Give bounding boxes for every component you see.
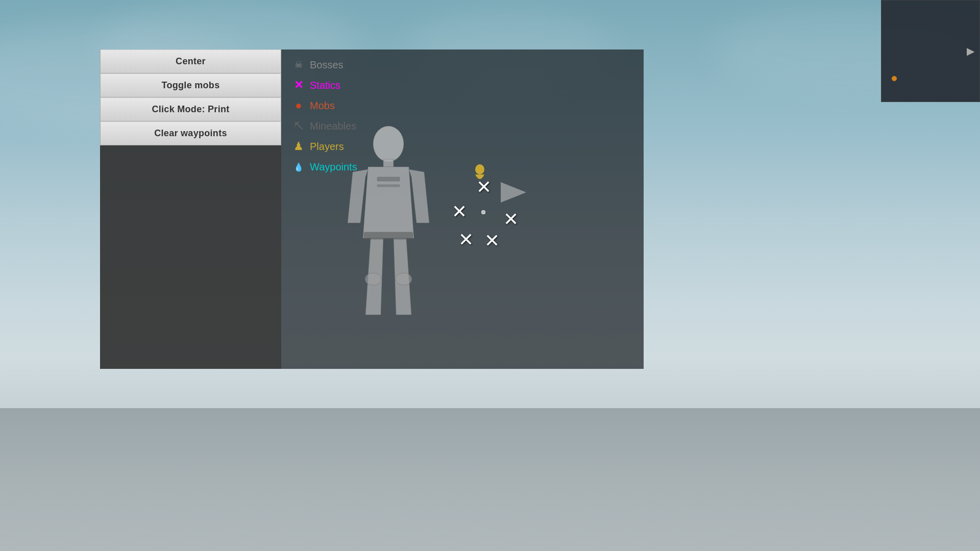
players-icon: ♟ bbox=[292, 140, 305, 153]
minimap: ▶ bbox=[881, 0, 980, 102]
minimap-arrow: ▶ bbox=[967, 45, 974, 57]
mobs-icon: ● bbox=[292, 99, 305, 112]
bosses-icon: ☠ bbox=[292, 59, 305, 71]
legend-item-statics[interactable]: ✕ Statics bbox=[290, 75, 634, 95]
left-panel: Center Toggle mobs Click Mode: Print Cle… bbox=[100, 49, 281, 369]
clear-waypoints-button[interactable]: Clear waypoints bbox=[100, 121, 281, 145]
legend-item-bosses[interactable]: ☠ Bosses bbox=[290, 55, 634, 75]
panel-buttons: Center Toggle mobs Click Mode: Print Cle… bbox=[100, 49, 281, 145]
mineables-label: Mineables bbox=[310, 120, 356, 132]
legend-item-mineables[interactable]: ⛏ Mineables bbox=[290, 116, 634, 136]
ground-area bbox=[0, 408, 980, 551]
legend-item-mobs[interactable]: ● Mobs bbox=[290, 95, 634, 116]
players-label: Players bbox=[310, 141, 344, 153]
toggle-mobs-button[interactable]: Toggle mobs bbox=[100, 73, 281, 97]
statics-label: Statics bbox=[310, 80, 340, 91]
mobs-label: Mobs bbox=[310, 100, 335, 112]
legend-item-waypoints[interactable]: 💧 Waypoints bbox=[290, 157, 634, 177]
click-mode-button[interactable]: Click Mode: Print bbox=[100, 97, 281, 121]
minimap-player-dot bbox=[892, 76, 897, 81]
legend-panel: ☠ Bosses ✕ Statics ● Mobs ⛏ Mineables ♟ … bbox=[281, 49, 644, 369]
bosses-label: Bosses bbox=[310, 59, 344, 71]
mineables-icon: ⛏ bbox=[292, 120, 305, 132]
center-button[interactable]: Center bbox=[100, 49, 281, 73]
waypoints-label: Waypoints bbox=[310, 161, 357, 173]
statics-icon: ✕ bbox=[292, 79, 305, 91]
legend-item-players[interactable]: ♟ Players bbox=[290, 136, 634, 157]
waypoints-icon: 💧 bbox=[292, 161, 305, 173]
